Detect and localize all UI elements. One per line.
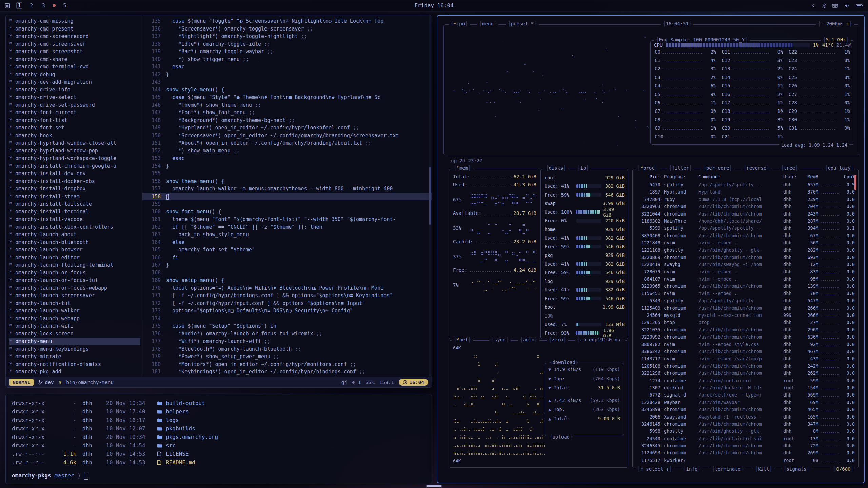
process-row[interactable]: 3221044chromium/usr/lib/chromium/chromdh… [636,211,855,218]
process-row[interactable]: 1897HyprlandHyprlanddhh370M0.0 [636,189,855,196]
sidebar-file[interactable]: * omarchy-menu-keybindings [9,345,142,353]
code-line[interactable]: 157 omarchy-launch-walker -m menus:omarc… [142,185,432,193]
sidebar-file[interactable]: * omarchy-launch-or-focus-webapp [9,284,142,292]
process-row[interactable]: 3220992chromium/usr/lib/chromium/chromdh… [636,334,855,341]
code-line[interactable]: 181 *Keybindings*) open_in_editor ~/.con… [142,368,432,376]
cpu-box-title[interactable]: ¹cpu [449,21,470,26]
sidebar-file[interactable]: * omarchy-install-xbox-controllers [9,223,142,231]
shell-prompt[interactable]: omarchy-pkgs master ) [12,471,426,480]
process-row[interactable]: 24564mysqldmysqld --max-connection999266… [636,312,855,320]
process-row[interactable]: 3221296chromium/usr/lib/chromium/chromdh… [636,370,855,378]
col-command[interactable]: Command: [698,174,783,179]
clock[interactable]: Friday 16:04 [414,2,454,9]
sidebar-file[interactable]: * omarchy-install-chromium-google-a [9,162,142,170]
sidebar-file[interactable]: * omarchy-hyprland-workspace-toggle [9,155,142,162]
io-tab[interactable]: io [575,165,591,171]
sidebar-file[interactable]: * omarchy-launch-tui [9,300,142,307]
code-line[interactable]: 156show_theme_menu() { [142,178,432,185]
code-line[interactable]: 148 *Background*) omarchy-theme-bg-next … [142,117,432,124]
sidebar-file[interactable]: * omarchy-launch-walker [9,307,142,315]
sidebar-file[interactable]: * omarchy-cmd-share [9,56,142,63]
code-line[interactable]: 162 if [[ "$theme" == "CNCLD" || -z "$th… [142,223,432,231]
sidebar-file[interactable]: * omarchy-launch-about [9,231,142,239]
proc-kill-button[interactable]: Kill [753,466,774,472]
code-line[interactable]: 172 [ -f ~/.config/hypr/input.conf ] && … [142,300,432,307]
col-pid[interactable]: Pid: [636,174,664,179]
process-row[interactable]: 3809782nvimnvim --embed style.cssdhh92M0… [636,342,855,349]
proc-tree-toggle[interactable]: tree [779,165,800,171]
code-line[interactable]: 144show_style_menu() { [142,86,432,94]
sidebar-file[interactable]: * omarchy-notification-dismiss [9,361,142,368]
sidebar-file[interactable]: * omarchy-cmd-present [9,25,142,33]
sidebar-file[interactable]: * omarchy-pkg-add [9,368,142,376]
code-line[interactable]: 139 *Bar*) omarchy-toggle-waybar ;; [142,48,432,56]
code-line[interactable]: 169show_setup_menu() { [142,277,432,284]
code-line[interactable]: 147 *Font*) show_font_menu ;; [142,109,432,117]
code-line[interactable]: 150 *Screensaver*) open_in_editor ~/.con… [142,132,432,140]
code-line[interactable]: 165 omarchy-font-set "$theme" [142,246,432,254]
sidebar-file[interactable]: * omarchy-font-list [9,117,142,124]
sidebar-file[interactable]: * omarchy-install-docker-dbs [9,178,142,185]
code-line[interactable]: 173 options="$options\n□ Defaults\n≡ DNS… [142,307,432,315]
disks-box-title[interactable]: disks [544,165,568,171]
process-row[interactable]: 3220965chromium/usr/lib/chromium/chromdh… [636,283,855,290]
menu-button[interactable]: menu [477,21,499,26]
sidebar-file[interactable]: * omarchy-launch-webapp [9,315,142,323]
code-line[interactable]: 146 *Theme*) show_theme_menu ;; [142,101,432,109]
net-box-title[interactable]: ³net [452,337,473,342]
proc-per-core-toggle[interactable]: per-core [701,165,734,171]
sidebar-file[interactable]: * omarchy-cmd-screensaver [9,40,142,48]
chevron-left-icon[interactable] [811,3,816,8]
sidebar-file[interactable]: * omarchy-cmd-missing [9,17,142,25]
workspace-3[interactable]: 3 [40,2,46,9]
code-line[interactable]: 176 *Audio*) omarchy-launch-or-focus-tui… [142,330,432,338]
process-row[interactable]: 5399spotify/opt/spotify/spotify --dhh394… [636,225,855,232]
sidebar-file[interactable]: * omarchy-hook [9,132,142,140]
workspace-1[interactable]: 1 [16,2,22,9]
code-line[interactable]: 178 *Bluetooth*) omarchy-launch-bluetoot… [142,345,432,353]
proc-filter-button[interactable]: filter [667,165,694,171]
window-split-handle[interactable] [426,485,442,487]
proc-terminate-button[interactable]: terminate [710,466,746,472]
code-line[interactable]: 149 *Hyprland*) open_in_editor ~/.config… [142,124,432,132]
process-row[interactable]: 1291265btopbtopdhh27M0.0 [636,320,855,327]
process-row[interactable]: 3220869chromium/usr/lib/chromium/chromdh… [636,255,855,262]
sidebar-file[interactable]: * omarchy-install-steam [9,193,142,201]
launcher-icon[interactable] [5,3,10,8]
code-line[interactable]: 166 fi [142,254,432,262]
proc-info-button[interactable]: info [681,466,703,472]
code-line[interactable]: 140 *) show_trigger_menu ;; [142,56,432,63]
col-cpu[interactable]: Cpu% [842,174,855,179]
process-row[interactable]: 1205108chromium/usr/lib/chromium/chromdh… [636,363,855,370]
process-row[interactable]: 3246345chromium/usr/lib/chromium/chromdh… [636,443,855,450]
code-line[interactable]: 143 [142,78,432,86]
sidebar-file[interactable]: * omarchy-launch-bluetooth [9,239,142,246]
process-row[interactable]: 5998ghostty/usr/bin/ghostty --gtk-dhh8M0… [636,428,855,435]
process-row[interactable]: 1125409chromium/usr/lib/chromium/chromdh… [636,305,855,312]
volume-icon[interactable] [844,3,850,8]
process-row[interactable]: 5470spotify/opt/spotify/spotify --dhh657… [636,182,855,189]
sidebar-file[interactable]: * omarchy-launch-screensaver [9,292,142,300]
code-line[interactable]: 171 [ -f ~/.config/hypr/bindings.conf ] … [142,292,432,300]
sidebar-file[interactable]: * omarchy-install-dropbox [9,185,142,193]
process-row[interactable]: 1274containe/usr/bin/containerdroot59M0.… [636,378,855,385]
code-line[interactable]: 180 *Monitors*) open_in_editor ~/.config… [142,361,432,368]
refresh-rate-control[interactable]: - 2000ms + [816,21,854,26]
process-row[interactable]: 1156451nvimnvim --embed .dhh70M0.0 [636,291,855,298]
net-auto-toggle[interactable]: auto [518,337,539,342]
proc-reverse-toggle[interactable]: reverse [742,165,771,171]
process-row[interactable]: 747804rubypuma 7.1.0 (tcp://localdhh239M… [636,197,855,204]
process-row[interactable]: 1186302MainThre/home/dhh/.local/share/dh… [636,218,855,225]
code-line[interactable]: 141 esac [142,63,432,71]
process-row[interactable]: 1124693chromium/usr/lib/chromium/chromdh… [636,450,855,457]
sidebar-file[interactable]: * omarchy-launch-or-focus [9,269,142,277]
workspace-5[interactable]: 5 [62,2,68,9]
net-interface-selector[interactable]: ←b enp191s0 n→ [575,337,625,342]
process-row[interactable]: 3246145chromium/usr/lib/chromium/chromdh… [636,421,855,428]
sidebar-file[interactable]: * omarchy-launch-browser [9,246,142,254]
col-memb[interactable]: MemB [801,174,818,179]
process-row[interactable]: 1220428waybar/usr/bin/waybardhh69M0.0 [636,400,855,407]
process-row[interactable]: 5343spotify/opt/spotify/spotifydhh547M0.… [636,298,855,305]
sidebar-file[interactable]: * omarchy-font-current [9,109,142,117]
battery-icon[interactable] [856,3,863,8]
